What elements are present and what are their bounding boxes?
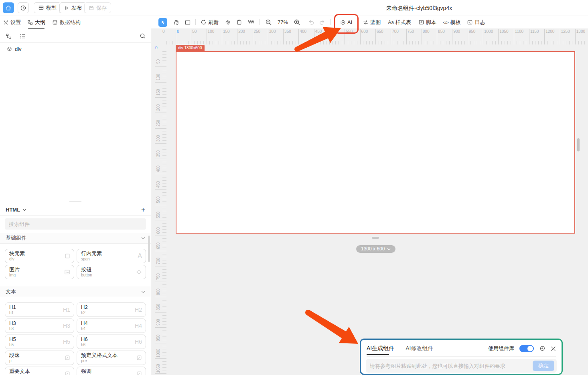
publish-button[interactable]: 发布 (59, 2, 86, 13)
tree-node-div[interactable]: div (0, 43, 151, 55)
add-group-button[interactable]: + (141, 206, 145, 213)
h5-icon: H5 (63, 339, 70, 345)
blueprint-button[interactable]: 蓝图 (363, 19, 381, 26)
w-shape-icon[interactable] (248, 20, 254, 25)
home-button[interactable] (3, 2, 14, 13)
chevron-down-icon (22, 208, 26, 211)
left-sidebar: 设置 大纲 数据结构 div HTML + (0, 16, 151, 375)
component-card-button[interactable]: 按钮 button (77, 265, 146, 279)
cursor-icon (160, 20, 166, 25)
component-library-toggle[interactable] (519, 345, 534, 352)
confirm-button[interactable]: 确定 (533, 361, 554, 371)
section-text-components[interactable]: 文本 (0, 286, 151, 297)
play-icon (64, 5, 69, 11)
tree-view-icon[interactable] (6, 33, 12, 39)
clock-icon (20, 5, 26, 11)
zoom-in-icon[interactable] (294, 19, 300, 26)
tab-data-structure[interactable]: 数据结构 (52, 16, 81, 29)
letter-a-icon: A (138, 252, 142, 260)
history-version-button[interactable] (18, 2, 29, 13)
canvas-scrollbar[interactable] (577, 138, 580, 151)
component-search-input[interactable] (5, 218, 146, 230)
tab-ai-modify[interactable]: AI修改组件 (406, 345, 433, 352)
component-card-pre[interactable]: 预定义格式文本 pre (77, 351, 146, 365)
terminal-icon (467, 19, 473, 25)
component-card-h5[interactable]: H5 h5 H5 (5, 335, 74, 349)
refresh-button[interactable]: 刷新 (201, 19, 219, 26)
history-icon[interactable] (539, 345, 545, 352)
section-basic-label: 基础组件 (6, 234, 26, 242)
aa-icon: Aa (388, 20, 394, 25)
log-button[interactable]: 日志 (467, 19, 485, 26)
model-button[interactable]: 模型 (34, 2, 61, 13)
divider (259, 19, 260, 25)
sidebar-scrollbar[interactable] (148, 236, 150, 262)
ai-icon (340, 20, 346, 25)
components-group-label: HTML (6, 207, 20, 213)
zoom-level[interactable]: 77% (278, 19, 288, 25)
horizontal-ruler: 0501001502002503003504004505005506006507… (151, 28, 588, 45)
component-card-div[interactable]: 块元素 div (5, 249, 74, 263)
slashed-square-icon (65, 355, 70, 361)
save-button[interactable]: 保存 (84, 2, 111, 13)
canvas-artboard[interactable] (176, 51, 575, 234)
top-bar: 模型 发布 保存 未命名组件-clyb50f3gvp4x (0, 0, 588, 16)
resize-handle[interactable] (372, 237, 379, 239)
chevron-down-icon (141, 290, 145, 293)
outline-toolbar (0, 29, 151, 43)
rectangle-tool-icon[interactable] (185, 19, 191, 26)
checklist-icon[interactable] (20, 33, 26, 39)
image-icon (64, 269, 70, 275)
ai-prompt-row: 确定 (366, 359, 557, 373)
component-card-h2[interactable]: H2 h2 H2 (77, 302, 146, 317)
component-card-strong[interactable]: 重要文本 (5, 367, 74, 375)
component-card-img[interactable]: 图片 img (5, 265, 74, 279)
panel-splitter[interactable] (0, 201, 151, 203)
code-icon: </> (443, 20, 448, 25)
gear-icon[interactable] (225, 19, 231, 26)
slashed-square-icon (65, 371, 70, 375)
redo-icon[interactable] (319, 19, 325, 25)
component-card-h4[interactable]: H4 h4 H4 (77, 319, 146, 333)
tab-settings[interactable]: 设置 (3, 16, 21, 29)
zoom-out-icon[interactable] (265, 19, 272, 26)
tab-outline-label: 大纲 (35, 19, 45, 26)
clipboard-icon[interactable] (236, 19, 242, 25)
canvas-size-badge[interactable]: 1300 x 600 (356, 245, 395, 253)
component-card-h1[interactable]: H1 h1 H1 (5, 302, 74, 317)
select-tool-button[interactable] (158, 18, 167, 27)
stylesheet-button[interactable]: Aa 样式表 (388, 19, 411, 26)
refresh-label: 刷新 (208, 19, 219, 26)
database-icon (52, 20, 58, 25)
model-grid-icon (38, 5, 44, 11)
toggle-knob (527, 346, 533, 351)
tree-node-label: div (15, 46, 22, 52)
component-card-em[interactable]: 强调 (77, 367, 146, 375)
tree-icon (27, 20, 33, 25)
ai-button[interactable]: AI (340, 19, 352, 25)
component-card-span[interactable]: 行内元素 span A (77, 249, 146, 263)
ai-dialog-tabs: AI生成组件 AI修改组件 使用组件库 (367, 344, 556, 353)
log-label: 日志 (474, 19, 485, 26)
component-card-p[interactable]: 段落 p (5, 351, 74, 365)
save-icon (89, 5, 94, 11)
component-card-h6[interactable]: H6 h6 H6 (77, 335, 146, 349)
refresh-icon (201, 19, 207, 25)
ai-prompt-input[interactable] (370, 363, 533, 369)
component-card-h3[interactable]: H3 h3 H3 (5, 319, 74, 333)
close-icon[interactable] (551, 346, 556, 351)
template-button[interactable]: </> 模板 (443, 19, 460, 26)
script-icon (418, 19, 424, 25)
section-basic-components[interactable]: 基础组件 (0, 233, 151, 244)
search-icon[interactable] (140, 33, 146, 39)
undo-icon[interactable] (308, 19, 314, 25)
document-title: 未命名组件-clyb50f3gvp4x (386, 5, 452, 12)
components-group-header[interactable]: HTML + (0, 204, 151, 216)
tab-outline[interactable]: 大纲 (27, 16, 45, 29)
ai-dialog: AI生成组件 AI修改组件 使用组件库 确定 (360, 339, 563, 375)
divider (330, 19, 331, 25)
sidebar-tabs: 设置 大纲 数据结构 (0, 16, 151, 29)
script-button[interactable]: 脚本 (418, 19, 436, 26)
tab-ai-generate[interactable]: AI生成组件 (367, 345, 394, 352)
hand-tool-icon[interactable] (173, 19, 180, 26)
